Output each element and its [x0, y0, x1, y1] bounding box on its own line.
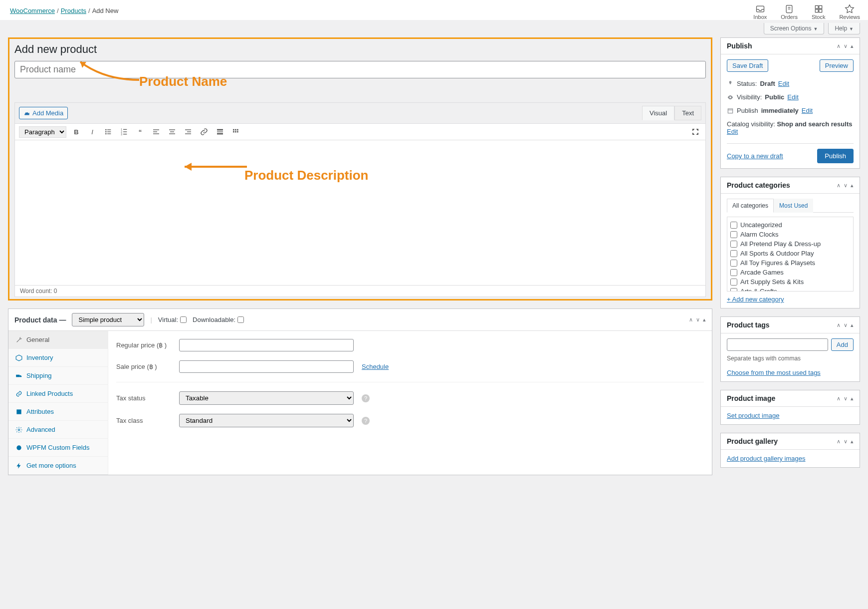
readmore-button[interactable] — [214, 126, 226, 138]
tab-attributes[interactable]: Attributes — [8, 403, 108, 421]
edit-status-link[interactable]: Edit — [778, 80, 789, 87]
category-checkbox[interactable] — [730, 250, 737, 257]
panel-toggle-icon[interactable]: ▴ — [703, 316, 706, 323]
category-list[interactable]: Uncategorized Alarm Clocks All Pretend P… — [727, 217, 854, 292]
svg-rect-5 — [819, 5, 822, 8]
category-checkbox[interactable] — [730, 231, 737, 238]
add-media-button[interactable]: Add Media — [19, 107, 68, 119]
screen-options-button[interactable]: Screen Options▼ — [764, 23, 825, 34]
italic-button[interactable]: I — [86, 126, 98, 138]
publish-button[interactable]: Publish — [817, 149, 854, 163]
toolbar-toggle-button[interactable] — [230, 126, 242, 138]
tab-get-more[interactable]: Get more options — [8, 457, 108, 475]
help-icon[interactable]: ? — [362, 417, 370, 425]
panel-down-icon[interactable]: ∨ — [844, 395, 848, 402]
quote-button[interactable]: “ — [134, 126, 146, 138]
tab-shipping[interactable]: Shipping — [8, 367, 108, 385]
category-item[interactable]: Arcade Games — [730, 268, 850, 277]
orders-button[interactable]: Orders — [781, 4, 798, 20]
tax-class-select[interactable]: Standard — [179, 414, 354, 427]
bold-button[interactable]: B — [70, 126, 82, 138]
editor-tab-text[interactable]: Text — [674, 106, 701, 120]
edit-publish-date-link[interactable]: Edit — [802, 107, 813, 114]
downloadable-checkbox[interactable] — [237, 316, 244, 323]
editor-textarea[interactable]: Product Description — [15, 140, 705, 285]
category-item[interactable]: All Sports & Outdoor Play — [730, 249, 850, 258]
product-type-select[interactable]: Simple product — [72, 313, 144, 326]
add-gallery-images-link[interactable]: Add product gallery images — [727, 455, 806, 462]
align-right-button[interactable] — [182, 126, 194, 138]
panel-toggle-icon[interactable]: ▴ — [851, 395, 854, 402]
panel-up-icon[interactable]: ∧ — [837, 43, 841, 49]
numbered-list-button[interactable]: 123 — [118, 126, 130, 138]
link-button[interactable] — [198, 126, 210, 138]
bullet-list-button[interactable] — [102, 126, 114, 138]
panel-toggle-icon[interactable]: ▴ — [851, 438, 854, 445]
cat-tab-most[interactable]: Most Used — [774, 199, 813, 213]
panel-down-icon[interactable]: ∨ — [844, 322, 848, 328]
breadcrumb-root[interactable]: WooCommerce — [10, 7, 55, 14]
panel-up-icon[interactable]: ∧ — [837, 182, 841, 189]
help-button[interactable]: Help▼ — [828, 23, 860, 34]
save-draft-button[interactable]: Save Draft — [727, 59, 768, 72]
editor-toolbar: Paragraph B I 123 “ — [15, 123, 705, 140]
category-item[interactable]: All Pretend Play & Dress-up — [730, 239, 850, 249]
copy-draft-link[interactable]: Copy to a new draft — [727, 152, 783, 160]
breadcrumb-products[interactable]: Products — [61, 7, 86, 14]
category-checkbox[interactable] — [730, 288, 737, 292]
annotation-product-description: Product Description — [244, 168, 368, 183]
panel-up-icon[interactable]: ∧ — [689, 316, 693, 323]
panel-toggle-icon[interactable]: ▴ — [851, 43, 854, 49]
set-product-image-link[interactable]: Set product image — [727, 412, 780, 419]
panel-up-icon[interactable]: ∧ — [837, 438, 841, 445]
category-item[interactable]: Alarm Clocks — [730, 230, 850, 239]
regular-price-input[interactable] — [179, 339, 354, 351]
tab-wpfm[interactable]: WPFM Custom Fields — [8, 439, 108, 457]
category-checkbox[interactable] — [730, 279, 737, 286]
inbox-button[interactable]: Inbox — [753, 4, 767, 20]
panel-down-icon[interactable]: ∨ — [844, 438, 848, 445]
category-checkbox[interactable] — [730, 269, 737, 276]
panel-down-icon[interactable]: ∨ — [844, 43, 848, 49]
product-data-title: Product data — — [14, 316, 66, 324]
panel-toggle-icon[interactable]: ▴ — [851, 322, 854, 328]
add-tag-button[interactable]: Add — [831, 338, 854, 351]
preview-button[interactable]: Preview — [820, 59, 854, 72]
category-checkbox[interactable] — [730, 222, 737, 229]
panel-down-icon[interactable]: ∨ — [696, 316, 700, 323]
choose-tags-link[interactable]: Choose from the most used tags — [727, 369, 821, 376]
cat-tab-all[interactable]: All categories — [727, 199, 774, 213]
category-checkbox[interactable] — [730, 260, 737, 267]
fullscreen-button[interactable] — [689, 126, 701, 138]
category-checkbox[interactable] — [730, 241, 737, 248]
align-left-button[interactable] — [150, 126, 162, 138]
tab-general[interactable]: General — [8, 331, 108, 349]
edit-visibility-link[interactable]: Edit — [787, 93, 798, 101]
category-item[interactable]: All Toy Figures & Playsets — [730, 258, 850, 268]
sale-price-input[interactable] — [179, 360, 354, 373]
category-item[interactable]: Uncategorized — [730, 220, 850, 230]
panel-up-icon[interactable]: ∧ — [837, 395, 841, 402]
add-category-link[interactable]: + Add new category — [727, 296, 784, 303]
editor-tab-visual[interactable]: Visual — [642, 106, 674, 120]
virtual-checkbox[interactable] — [180, 316, 187, 323]
help-icon[interactable]: ? — [362, 394, 370, 402]
category-item[interactable]: Arts & Crafts — [730, 287, 850, 292]
reviews-button[interactable]: Reviews — [839, 4, 860, 20]
schedule-link[interactable]: Schedule — [362, 363, 389, 370]
panel-toggle-icon[interactable]: ▴ — [851, 182, 854, 189]
category-item[interactable]: Art Supply Sets & Kits — [730, 277, 850, 287]
tab-inventory[interactable]: Inventory — [8, 349, 108, 367]
align-center-button[interactable] — [166, 126, 178, 138]
stock-button[interactable]: Stock — [812, 4, 826, 20]
svg-rect-21 — [153, 129, 159, 130]
tab-linked-products[interactable]: Linked Products — [8, 385, 108, 403]
edit-catalog-link[interactable]: Edit — [727, 128, 738, 135]
paragraph-select[interactable]: Paragraph — [19, 126, 66, 138]
tab-advanced[interactable]: Advanced — [8, 421, 108, 439]
product-name-input[interactable] — [14, 61, 706, 78]
panel-up-icon[interactable]: ∧ — [837, 322, 841, 328]
tag-input[interactable] — [727, 338, 828, 351]
panel-down-icon[interactable]: ∨ — [844, 182, 848, 189]
tax-status-select[interactable]: Taxable — [179, 391, 354, 405]
